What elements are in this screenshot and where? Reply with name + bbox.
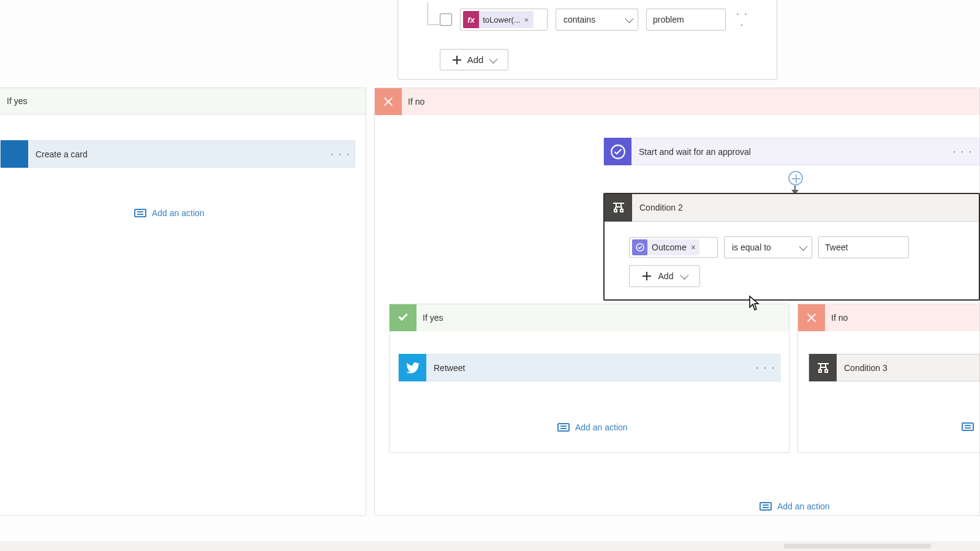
value-input[interactable]: problem [646, 9, 726, 31]
add-row-button[interactable]: Add [440, 49, 508, 70]
outcome-icon [632, 239, 647, 255]
condition-2-card[interactable]: Condition 2 Outcome × is equal to [603, 193, 980, 301]
condition-1-row: fx toLower(... × contains problem · · · [440, 9, 751, 31]
x-icon [375, 88, 402, 115]
add-action-icon [557, 423, 570, 432]
create-card-title: Create a card [36, 149, 326, 159]
condition-icon [809, 354, 837, 381]
operator-value-2: is equal to [732, 242, 771, 252]
chevron-down-icon [489, 54, 498, 63]
approval-more-menu[interactable]: · · · [949, 146, 977, 157]
add-action-link-left[interactable]: Add an action [134, 208, 205, 218]
outcome-token-input[interactable]: Outcome × [629, 237, 718, 258]
inner-if-yes-label: If yes [423, 313, 443, 323]
add-action-link-inner-yes[interactable]: Add an action [557, 422, 628, 432]
add-label-2: Add [658, 271, 674, 281]
if-yes-header-left: If yes [0, 88, 366, 114]
if-no-label: If no [408, 97, 424, 107]
condition-2-body: Outcome × is equal to Tweet Add [605, 222, 979, 299]
row-more-menu[interactable]: · · · [734, 9, 751, 31]
condition-icon [605, 194, 632, 222]
if-no-header: If no [375, 88, 979, 115]
inner-if-no-label: If no [831, 313, 848, 323]
card-more-menu[interactable]: · · · [326, 149, 355, 160]
approval-icon [604, 138, 631, 165]
add-action-icon [760, 502, 772, 511]
approval-action[interactable]: Start and wait for an approval · · · [603, 138, 980, 165]
trello-icon [1, 140, 28, 168]
fx-icon: fx [463, 11, 479, 28]
operator-select-2[interactable]: is equal to [724, 236, 812, 258]
chevron-down-icon [625, 15, 633, 23]
retweet-more-menu[interactable]: · · · [752, 362, 780, 373]
add-label: Add [467, 54, 484, 65]
outcome-label: Outcome [652, 242, 687, 252]
twitter-icon [399, 354, 426, 381]
row-checkbox[interactable] [440, 13, 452, 26]
value-text: problem [653, 15, 684, 24]
add-action-link-inner-no[interactable] [962, 422, 974, 431]
add-action-label: Add an action [777, 501, 830, 511]
horizontal-scrollbar[interactable] [0, 541, 980, 551]
plus-icon [643, 272, 651, 280]
flow-canvas: fx toLower(... × contains problem · · · … [0, 0, 980, 551]
remove-token-icon[interactable]: × [691, 242, 696, 252]
check-icon [390, 304, 417, 331]
add-action-icon [962, 422, 974, 431]
cursor-icon [748, 295, 760, 311]
fx-pill[interactable]: fx toLower(... × [463, 11, 533, 28]
retweet-action[interactable]: Retweet · · · [398, 354, 780, 381]
inner-if-no-header: If no [798, 304, 979, 331]
condition-3-title: Condition 3 [844, 363, 888, 373]
value-text-2: Tweet [825, 242, 848, 252]
add-action-label: Add an action [152, 208, 205, 218]
insert-step-button[interactable] [788, 171, 803, 186]
scrollbar-thumb[interactable] [784, 544, 931, 549]
chevron-down-icon [799, 242, 807, 251]
if-yes-label: If yes [7, 96, 27, 106]
expression-token-input[interactable]: fx toLower(... × [460, 9, 548, 31]
add-row-button-2[interactable]: Add [629, 265, 700, 287]
fx-label: toLower(... [483, 15, 520, 24]
retweet-title: Retweet [434, 363, 752, 373]
bracket-line [428, 2, 428, 24]
condition-2-header[interactable]: Condition 2 [605, 194, 979, 222]
chevron-down-icon [680, 271, 689, 280]
condition-2-title: Condition 2 [639, 203, 683, 212]
approval-title: Start and wait for an approval [639, 147, 949, 157]
add-action-icon [134, 209, 146, 217]
remove-token-icon[interactable]: × [524, 15, 530, 24]
inner-if-yes-header: If yes [390, 304, 789, 331]
add-action-link-bottom[interactable]: Add an action [760, 501, 830, 511]
x-icon [798, 304, 825, 331]
operator-value: contains [564, 15, 595, 24]
add-action-label: Add an action [575, 422, 628, 432]
condition-3-card[interactable]: Condition 3 [809, 354, 980, 381]
condition-2-row: Outcome × is equal to Tweet [629, 236, 968, 258]
plus-icon [453, 56, 461, 64]
create-card-action[interactable]: Create a card · · · [0, 140, 355, 168]
outcome-pill[interactable]: Outcome × [632, 239, 699, 255]
value-input-2[interactable]: Tweet [818, 236, 909, 258]
operator-select[interactable]: contains [556, 9, 638, 31]
